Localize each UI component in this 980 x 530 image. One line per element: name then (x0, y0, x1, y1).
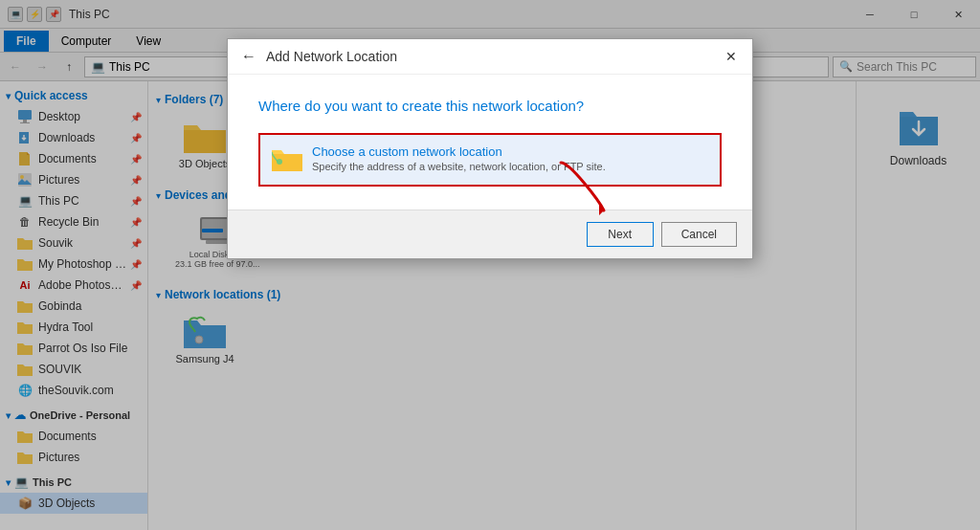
modal-title-text: Add Network Location (266, 49, 397, 64)
modal-close-button[interactable]: ✕ (722, 47, 741, 66)
cancel-button[interactable]: Cancel (661, 222, 737, 247)
modal-footer: Next Cancel (228, 210, 752, 258)
modal-title-left: ← Add Network Location (239, 48, 397, 65)
modal-option-icon (272, 144, 302, 175)
annotation-arrow (542, 153, 618, 220)
add-network-location-modal: ← Add Network Location ✕ Where do you wa… (227, 38, 753, 259)
modal-overlay: ← Add Network Location ✕ Where do you wa… (0, 0, 980, 530)
next-button[interactable]: Next (587, 222, 654, 247)
modal-option-custom[interactable]: Choose a custom network location Specify… (258, 133, 722, 187)
modal-back-button[interactable]: ← (239, 48, 258, 65)
modal-title-bar: ← Add Network Location ✕ (228, 39, 752, 75)
modal-question: Where do you want to create this network… (258, 98, 722, 114)
modal-content: Where do you want to create this network… (228, 75, 752, 210)
